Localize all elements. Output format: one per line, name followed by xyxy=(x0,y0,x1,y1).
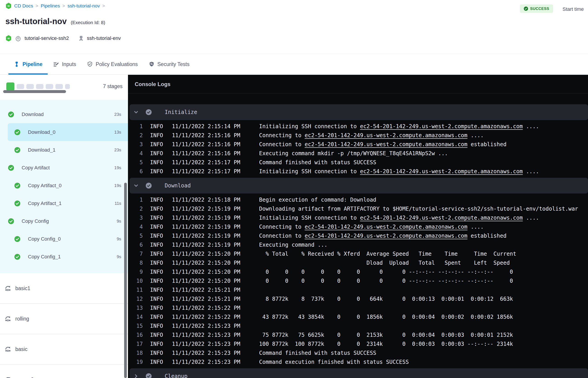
stage-row-copy-artifact-0[interactable]: Copy Artifact_019s xyxy=(0,177,128,194)
stage-row-copy-artifact-1[interactable]: Copy Artifact_111s xyxy=(0,194,128,212)
log-message-text: .... xyxy=(523,168,539,175)
log-message-text: Initializing SSH connection to xyxy=(259,168,360,175)
log-message-link[interactable]: ec2-54-201-142-249.us-west-2.compute.ama… xyxy=(360,215,523,221)
log-message-text: 43 8772k 43 3854k 0 0 1856k 0 0:00:04 0:… xyxy=(259,314,513,320)
log-line: 3INFO11/11/2022 2:15:19 PMInitializing S… xyxy=(128,213,588,222)
stage-success-icon xyxy=(14,254,20,260)
progress-segment xyxy=(55,84,63,89)
log-message-link[interactable]: ec2-54-201-142-249.us-west-2.compute.ama… xyxy=(305,224,467,230)
stage-label: Download xyxy=(22,111,44,117)
environment-icon xyxy=(78,35,84,41)
log-message-text: Command execution finished with status S… xyxy=(259,359,409,365)
rollback-icon xyxy=(4,376,11,378)
log-message-link[interactable]: ec2-54-201-142-249.us-west-2.compute.ama… xyxy=(360,168,523,175)
pipeline-item-label: canary2 xyxy=(15,377,34,378)
log-message-text: 75 8772k 75 6625k 0 0 2153k 0 0:00:04 0:… xyxy=(259,332,513,338)
log-line-number: 5 xyxy=(133,233,143,239)
stage-row-download[interactable]: Download23s xyxy=(0,106,128,123)
log-timestamp: 11/11/2022 2:15:23 PM xyxy=(172,350,241,356)
status-badge: SUCCESS xyxy=(520,4,553,13)
log-line: 18INFO11/11/2022 2:15:23 PMCommand finis… xyxy=(128,349,588,357)
stage-duration: 23s xyxy=(114,148,121,152)
stage-row-copy-config-1[interactable]: Copy Config_19s xyxy=(0,248,128,266)
log-message-text: Begin execution of command: Download xyxy=(259,197,376,203)
tab-pipeline[interactable]: Pipeline xyxy=(8,54,48,74)
chevron-right-icon[interactable] xyxy=(133,373,139,378)
log-section-header-cleanup[interactable]: Cleanup xyxy=(130,368,588,378)
main-area: 7 stages Download23sDownload_013sDownloa… xyxy=(0,75,588,378)
log-message: 75 8772k 75 6625k 0 0 2153k 0 0:00:04 0:… xyxy=(259,332,513,338)
log-message-link[interactable]: ec2-54-201-142-249.us-west-2.compute.ama… xyxy=(305,132,467,138)
log-line-number: 5 xyxy=(133,159,143,166)
log-line: 13INFO11/11/2022 2:15:22 PM xyxy=(128,303,588,312)
breadcrumb-items: CD Docs>Pipelines>ssh-tutorial-nov> xyxy=(14,3,105,9)
log-line-number: 4 xyxy=(133,224,143,230)
log-line-number: 7 xyxy=(133,251,143,257)
log-timestamp: 11/11/2022 2:15:19 PM xyxy=(172,215,241,221)
stage-success-icon xyxy=(8,218,14,224)
stage-row-copy-config-0[interactable]: Copy Config_09s xyxy=(0,230,128,248)
stage-progress-scrollbar[interactable] xyxy=(3,90,66,93)
log-timestamp: 11/11/2022 2:15:21 PM xyxy=(172,287,241,293)
log-message-text: 0 0 0 0 0 0 0 0 --:--:-- --:--:-- --:--:… xyxy=(259,278,513,284)
log-message-text: Initializing SSH connection to xyxy=(259,215,360,221)
chevron-down-icon[interactable] xyxy=(133,183,139,189)
log-line-number: 2 xyxy=(133,206,143,212)
log-line: 19INFO11/11/2022 2:15:23 PMCommand execu… xyxy=(128,357,588,366)
progress-segment xyxy=(36,84,43,89)
tab-inputs[interactable]: Inputs xyxy=(48,54,81,74)
pipeline-item-canary2[interactable]: canary2 xyxy=(0,364,128,378)
breadcrumb-link-cd-docs[interactable]: CD Docs xyxy=(14,3,33,9)
tab-policy-evaluations[interactable]: Policy Evaluations xyxy=(81,54,143,74)
log-message-text: Connection to xyxy=(259,233,305,239)
pipeline-item-basic1[interactable]: basic1 xyxy=(0,273,128,304)
stage-success-icon xyxy=(14,147,20,153)
log-line: 6INFO11/11/2022 2:15:19 PMExecuting comm… xyxy=(128,240,588,249)
progress-segment xyxy=(26,84,34,89)
progress-segment xyxy=(65,84,70,89)
svg-text:∞: ∞ xyxy=(7,36,10,40)
environment-name[interactable]: ssh-tutorial-env xyxy=(87,35,121,41)
stage-row-download-1[interactable]: Download_123s xyxy=(0,141,128,159)
log-timestamp: 11/11/2022 2:15:20 PM xyxy=(172,269,241,275)
log-line: 4INFO11/11/2022 2:15:16 PMExecuting comm… xyxy=(128,149,588,158)
sidebar-scrollbar[interactable] xyxy=(124,183,127,378)
breadcrumb-link-ssh-tutorial-nov[interactable]: ssh-tutorial-nov xyxy=(67,3,100,9)
tab-security-tests[interactable]: Security Tests xyxy=(143,54,195,74)
log-message-text: Command finished with status SUCCESS xyxy=(259,159,376,166)
log-message-link[interactable]: ec2-54-201-142-249.us-west-2.compute.ama… xyxy=(305,141,467,148)
log-message-text: % Total % Received % Xferd Average Speed… xyxy=(259,251,516,257)
rollback-icon xyxy=(4,346,11,352)
log-message-link[interactable]: ec2-54-201-142-249.us-west-2.compute.ama… xyxy=(360,123,523,130)
log-line: 10INFO11/11/2022 2:15:20 PM 0 0 0 0 0 0 … xyxy=(128,276,588,285)
log-section-header-initialize[interactable]: Initialize xyxy=(130,104,588,120)
service-name[interactable]: tutorial-service-ssh2 xyxy=(25,35,69,41)
log-timestamp: 11/11/2022 2:15:23 PM xyxy=(172,341,241,347)
section-success-icon xyxy=(146,183,152,189)
pipeline-item-rolling[interactable]: rolling xyxy=(0,304,128,334)
log-level: INFO xyxy=(150,132,163,138)
stage-row-copy-artifact[interactable]: Copy Artifact19s xyxy=(0,159,128,177)
log-message-text: .... xyxy=(468,132,484,138)
policy-icon xyxy=(87,61,93,67)
console-log-area: Initialize1INFO11/11/2022 2:15:14 PMInit… xyxy=(128,94,588,378)
progress-segment xyxy=(6,82,14,91)
log-message-text: Dload Upload Total Spent Left Speed xyxy=(259,260,510,266)
log-line-number: 8 xyxy=(133,260,143,266)
page-title: ssh-tutorial-nov xyxy=(5,17,67,26)
breadcrumb-separator-icon: > xyxy=(62,3,65,9)
log-line: 6INFO11/11/2022 2:15:17 PMInitializing S… xyxy=(128,167,588,176)
pipeline-item-label: rolling xyxy=(15,316,29,322)
log-timestamp: 11/11/2022 2:15:22 PM xyxy=(172,314,241,320)
log-timestamp: 11/11/2022 2:15:20 PM xyxy=(172,260,241,266)
stage-row-download-0[interactable]: Download_013s xyxy=(0,123,128,141)
log-timestamp: 11/11/2022 2:15:17 PM xyxy=(172,168,241,175)
breadcrumb-link-pipelines[interactable]: Pipelines xyxy=(41,3,60,9)
stage-row-copy-config[interactable]: Copy Config9s xyxy=(0,212,128,230)
stage-success-icon xyxy=(14,129,20,135)
log-section-header-download[interactable]: Download xyxy=(130,178,588,193)
log-message-link[interactable]: ec2-54-201-142-249.us-west-2.compute.ama… xyxy=(305,233,467,239)
pipeline-item-basic[interactable]: basic xyxy=(0,334,128,364)
environment-group: ssh-tutorial-env xyxy=(78,35,121,41)
chevron-down-icon[interactable] xyxy=(133,109,139,115)
